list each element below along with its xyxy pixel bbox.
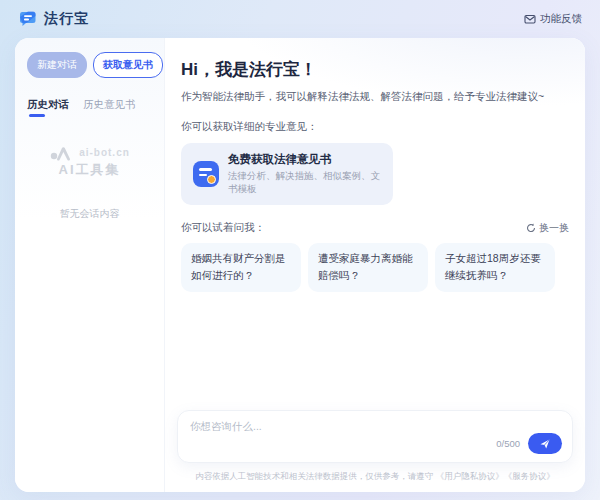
- greeting-title: Hi，我是法行宝！: [181, 58, 569, 81]
- tab-history-opinions[interactable]: 历史意见书: [83, 98, 136, 117]
- opinion-hint: 你可以获取详细的专业意见：: [181, 120, 569, 134]
- new-chat-button[interactable]: 新建对话: [27, 52, 87, 78]
- send-icon: [539, 438, 551, 450]
- app-title: 法行宝: [44, 10, 89, 28]
- watermark: ai-bot.cn AI工具集: [27, 143, 152, 179]
- free-opinion-card[interactable]: 免费获取法律意见书 法律分析、解决措施、相似案例、文书模板: [181, 143, 393, 205]
- footer-disclaimer: 内容依据人工智能技术和相关法律数据提供，仅供参考，请遵守 《用户隐私协议》《服务…: [165, 463, 585, 492]
- watermark-domain: ai-bot.cn: [79, 147, 130, 158]
- app-header: 法行宝 功能反馈: [0, 0, 600, 38]
- opinion-card-subtitle: 法律分析、解决措施、相似案例、文书模板: [228, 170, 381, 196]
- empty-conversation-text: 暂无会话内容: [27, 207, 152, 221]
- refresh-questions-button[interactable]: 换一换: [526, 221, 569, 235]
- magnifier-icon: [207, 175, 216, 184]
- brand: 法行宝: [18, 9, 89, 29]
- question-card-2[interactable]: 遭受家庭暴力离婚能赔偿吗？: [308, 243, 428, 292]
- watermark-name: AI工具集: [59, 161, 121, 179]
- suggest-hint: 你可以试着问我：: [181, 221, 265, 235]
- refresh-icon: [526, 223, 536, 233]
- service-agreement-link[interactable]: 《服务协议》: [504, 471, 555, 481]
- char-counter: 0/500: [496, 438, 520, 449]
- question-card-3[interactable]: 子女超过18周岁还要继续抚养吗？: [435, 243, 555, 292]
- history-tabs: 历史对话 历史意见书: [27, 98, 152, 117]
- message-composer[interactable]: 0/500: [177, 410, 573, 463]
- refresh-label: 换一换: [539, 221, 569, 235]
- get-opinion-button[interactable]: 获取意见书: [93, 52, 163, 78]
- chat-input[interactable]: [190, 420, 562, 433]
- tab-history-chats[interactable]: 历史对话: [27, 98, 69, 117]
- feedback-button[interactable]: 功能反馈: [524, 12, 582, 26]
- privacy-policy-link[interactable]: 《用户隐私协议》: [436, 471, 504, 481]
- disclaimer-text: 内容依据人工智能技术和相关法律数据提供，仅供参考，请遵守: [195, 471, 433, 481]
- content-panel: 新建对话 获取意见书 历史对话 历史意见书 ai-bot.cn AI工具集 暂无…: [15, 38, 585, 492]
- sidebar: 新建对话 获取意见书 历史对话 历史意见书 ai-bot.cn AI工具集 暂无…: [15, 38, 165, 492]
- legal-document-icon: [193, 161, 219, 187]
- greeting-intro: 作为智能法律助手，我可以解释法律法规、解答法律问题，给予专业法律建议~: [181, 90, 569, 104]
- opinion-card-title: 免费获取法律意见书: [228, 152, 381, 167]
- main-area: Hi，我是法行宝！ 作为智能法律助手，我可以解释法律法规、解答法律问题，给予专业…: [165, 38, 585, 492]
- feedback-label: 功能反馈: [540, 12, 582, 26]
- watermark-logo-icon: [49, 143, 75, 161]
- send-button[interactable]: [528, 433, 562, 454]
- suggested-questions: 婚姻共有财产分割是如何进行的？ 遭受家庭暴力离婚能赔偿吗？ 子女超过18周岁还要…: [181, 243, 569, 292]
- app-logo-icon: [18, 9, 38, 29]
- envelope-icon: [524, 13, 536, 25]
- question-card-1[interactable]: 婚姻共有财产分割是如何进行的？: [181, 243, 301, 292]
